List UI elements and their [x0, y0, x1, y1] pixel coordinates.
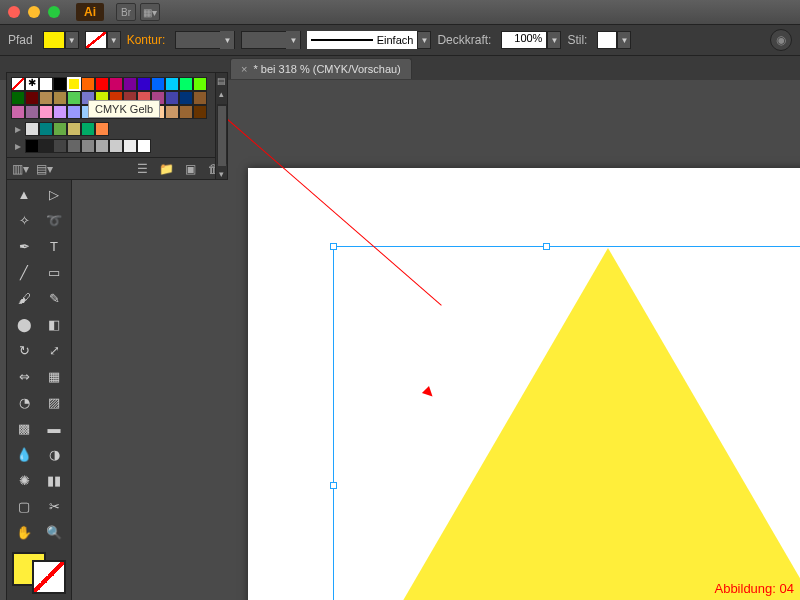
swatch[interactable] — [165, 91, 179, 105]
artboard-tool[interactable]: ▢ — [10, 494, 38, 518]
rotate-tool[interactable]: ↻ — [10, 338, 38, 362]
swatch-libraries-menu[interactable]: ▥▾ — [11, 161, 29, 177]
line-segment-tool[interactable]: ╱ — [10, 260, 38, 284]
stroke-width-select[interactable]: ▼ — [241, 31, 301, 49]
blend-tool[interactable]: ◑ — [40, 442, 68, 466]
arrange-docs-button[interactable]: ▦▾ — [140, 3, 160, 21]
opacity-input[interactable]: 100% — [501, 31, 547, 49]
swatch[interactable] — [179, 91, 193, 105]
recolor-artwork-button[interactable]: ◉ — [770, 29, 792, 51]
swatch[interactable] — [39, 77, 53, 91]
swatch-options-button[interactable]: ☰ — [133, 161, 151, 177]
pencil-tool[interactable]: ✎ — [40, 286, 68, 310]
stroke-weight-select[interactable]: ▼ — [175, 31, 235, 49]
paintbrush-tool[interactable]: 🖌 — [10, 286, 38, 310]
column-graph-tool[interactable]: ▮▮ — [40, 468, 68, 492]
swatch[interactable] — [137, 77, 151, 91]
lasso-tool[interactable]: ➰ — [40, 208, 68, 232]
blob-brush-tool[interactable]: ⬤ — [10, 312, 38, 336]
eyedropper-tool[interactable]: 💧 — [10, 442, 38, 466]
bridge-button[interactable]: Br — [116, 3, 136, 21]
swatch[interactable] — [11, 105, 25, 119]
swatch[interactable] — [179, 77, 193, 91]
swatch[interactable] — [67, 91, 81, 105]
swatch[interactable] — [193, 77, 207, 91]
selection-handle[interactable] — [330, 243, 337, 250]
swatch[interactable] — [53, 91, 67, 105]
swatch[interactable] — [81, 77, 95, 91]
window-close-dot[interactable] — [8, 6, 20, 18]
hand-tool[interactable]: ✋ — [10, 520, 38, 544]
swatch[interactable] — [11, 77, 25, 91]
selection-handle[interactable] — [543, 243, 550, 250]
magic-wand-tool[interactable]: ✧ — [10, 208, 38, 232]
swatch[interactable] — [81, 139, 95, 153]
window-min-dot[interactable] — [28, 6, 40, 18]
swatch[interactable] — [165, 77, 179, 91]
scroll-up-icon[interactable]: ▴ — [219, 89, 224, 99]
swatch[interactable] — [25, 77, 39, 91]
swatch[interactable] — [123, 77, 137, 91]
swatch[interactable] — [39, 122, 53, 136]
swatch[interactable] — [11, 91, 25, 105]
swatch[interactable] — [95, 77, 109, 91]
panel-menu-icon[interactable]: ▤ — [217, 76, 226, 86]
mesh-tool[interactable]: ▩ — [10, 416, 38, 440]
new-swatch-button[interactable]: ▣ — [181, 161, 199, 177]
stroke-swatch[interactable] — [85, 31, 107, 49]
swatch[interactable] — [151, 77, 165, 91]
swatch[interactable] — [39, 105, 53, 119]
selection-handle[interactable] — [330, 482, 337, 489]
swatch[interactable] — [123, 139, 137, 153]
swatch[interactable] — [67, 139, 81, 153]
swatch[interactable] — [53, 77, 67, 91]
swatch[interactable] — [109, 77, 123, 91]
window-max-dot[interactable] — [48, 6, 60, 18]
swatch[interactable] — [25, 91, 39, 105]
fill-swatch[interactable] — [43, 31, 65, 49]
brush-definition-select[interactable]: Einfach — [307, 31, 417, 49]
show-swatch-kinds-menu[interactable]: ▤▾ — [35, 161, 53, 177]
free-transform-tool[interactable]: ▦ — [40, 364, 68, 388]
swatch[interactable] — [53, 105, 67, 119]
document-tab[interactable]: × * bei 318 % (CMYK/Vorschau) — [230, 58, 412, 79]
swatch[interactable] — [39, 139, 53, 153]
swatch[interactable] — [67, 122, 81, 136]
scroll-down-icon[interactable]: ▾ — [219, 169, 224, 179]
zoom-tool[interactable]: 🔍 — [40, 520, 68, 544]
type-tool[interactable]: T — [40, 234, 68, 258]
swatches-scrollbar[interactable] — [217, 104, 227, 164]
swatch[interactable] — [95, 122, 109, 136]
swatch[interactable] — [25, 139, 39, 153]
swatch[interactable] — [67, 105, 81, 119]
graphic-style-swatch[interactable] — [597, 31, 617, 49]
swatch[interactable] — [25, 105, 39, 119]
swatch[interactable] — [95, 139, 109, 153]
swatch[interactable] — [165, 105, 179, 119]
eraser-tool[interactable]: ◧ — [40, 312, 68, 336]
opacity-dropdown[interactable]: ▼ — [547, 31, 561, 49]
perspective-grid-tool[interactable]: ▨ — [40, 390, 68, 414]
swatch[interactable] — [109, 139, 123, 153]
swatch[interactable] — [193, 105, 207, 119]
folder-icon[interactable]: ▸ — [11, 139, 25, 153]
swatch[interactable] — [25, 122, 39, 136]
swatch[interactable] — [67, 77, 81, 91]
pen-tool[interactable]: ✒ — [10, 234, 38, 258]
swatch[interactable] — [53, 139, 67, 153]
rectangle-tool[interactable]: ▭ — [40, 260, 68, 284]
fill-dropdown[interactable]: ▼ — [65, 31, 79, 49]
selection-tool[interactable]: ▲ — [10, 182, 38, 206]
document-tab-close[interactable]: × — [241, 63, 247, 75]
width-tool[interactable]: ⇔ — [10, 364, 38, 388]
swatch[interactable] — [137, 139, 151, 153]
swatch[interactable] — [53, 122, 67, 136]
folder-icon[interactable]: ▸ — [11, 122, 25, 136]
swatch[interactable] — [81, 122, 95, 136]
new-color-group-button[interactable]: 📁 — [157, 161, 175, 177]
stroke-dropdown[interactable]: ▼ — [107, 31, 121, 49]
swatch[interactable] — [193, 91, 207, 105]
shape-builder-tool[interactable]: ◔ — [10, 390, 38, 414]
gradient-tool[interactable]: ▬ — [40, 416, 68, 440]
fill-stroke-colorwell[interactable] — [10, 550, 68, 596]
